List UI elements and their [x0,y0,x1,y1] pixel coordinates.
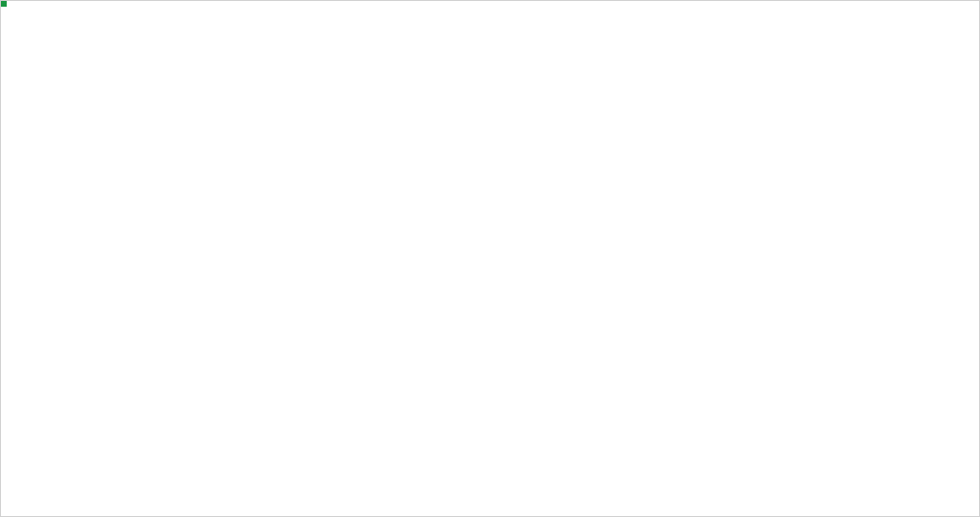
spreadsheet[interactable] [0,0,980,517]
selection-border [1,1,7,7]
